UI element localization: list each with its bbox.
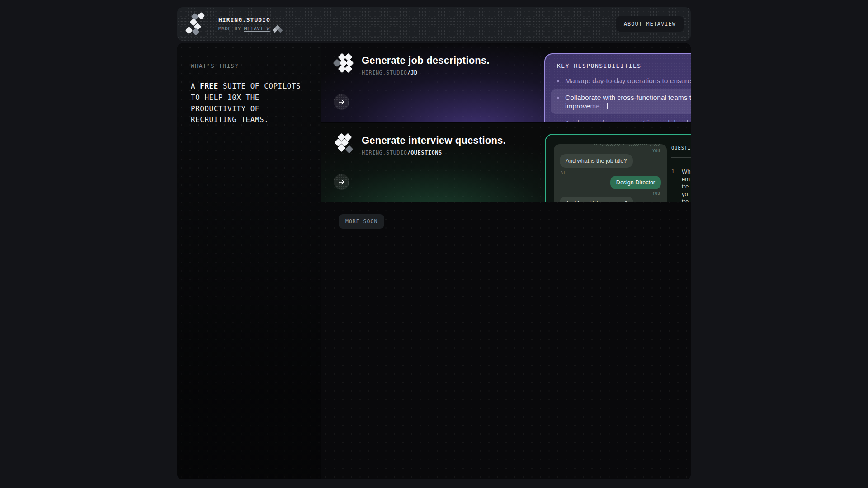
- made-by-prefix: MADE BY: [218, 26, 241, 32]
- card-title: Generate job descriptions.: [362, 55, 490, 66]
- chat-message-row: And for which company?: [560, 197, 661, 202]
- chat-preview: YOU And what is the job title? AI Design…: [554, 144, 667, 202]
- questions-divider: [671, 157, 691, 158]
- subtitle-path: /JD: [407, 70, 417, 76]
- responsibilities-list: Manage day-to-day operations to ensure e…: [557, 76, 691, 122]
- bullet-dot: [557, 80, 559, 82]
- main-panel: WHAT'S THIS? A FREE SUITE OF COPILOTS TO…: [177, 43, 691, 479]
- question-item: 1 Wh em tre yo tre: [671, 168, 691, 202]
- arrow-right-icon: [338, 99, 345, 106]
- subtitle-prefix: HIRING.STUDIO: [362, 150, 407, 156]
- card-subtitle: HIRING.STUDIO/QUESTIONS: [362, 150, 442, 156]
- chat-bubble-you: And what is the job title?: [560, 154, 633, 168]
- bullet-line1: Collaborate with cross-functional teams …: [565, 93, 691, 102]
- question-text-line: Wh: [682, 168, 691, 176]
- card-generate-jd[interactable]: Generate job descriptions. HIRING.STUDIO…: [321, 43, 691, 122]
- questions-card-icon: [333, 133, 354, 154]
- questions-preview-panel: YOU And what is the job title? AI Design…: [545, 134, 691, 202]
- question-number: 1: [671, 168, 682, 202]
- sidebar: WHAT'S THIS? A FREE SUITE OF COPILOTS TO…: [177, 43, 321, 479]
- sidebar-blurb: A FREE SUITE OF COPILOTS TO HELP 10X THE…: [191, 81, 307, 126]
- hatch-decoration: [593, 144, 660, 146]
- pending-text: me: [590, 102, 600, 110]
- chat-label-you: YOU: [560, 149, 660, 153]
- question-text-line: tre: [682, 198, 691, 202]
- card-title: Generate interview questions.: [362, 135, 506, 146]
- arrow-right-icon: [338, 178, 345, 186]
- metaview-icon: [273, 26, 282, 32]
- question-text: Wh em tre yo tre: [682, 168, 691, 202]
- question-text-line: em: [682, 176, 691, 183]
- bullet-text: Analyze performance metrics and develop: [565, 118, 691, 122]
- typed-text: improve: [565, 102, 590, 110]
- subtitle-prefix: HIRING.STUDIO: [362, 70, 407, 76]
- questions-heading: QUESTIONS: [671, 145, 691, 150]
- jd-preview-panel: KEY RESPONSIBILITIES Manage day-to-day o…: [544, 53, 691, 122]
- bullet-text: Collaborate with cross-functional teams …: [565, 93, 691, 110]
- subtitle-path: /QUESTIONS: [407, 150, 442, 156]
- content-column: Generate job descriptions. HIRING.STUDIO…: [321, 43, 691, 479]
- blurb-prefix: A: [191, 82, 200, 90]
- app-frame: HIRING.STUDIO MADE BY METAVIEW ABOUT MET…: [177, 7, 691, 479]
- open-jd-button[interactable]: [334, 94, 349, 110]
- bullet-item: Manage day-to-day operations to ensure e: [557, 76, 691, 85]
- question-text-line: tre: [682, 183, 691, 191]
- chat-bubble-you: And for which company?: [560, 197, 633, 202]
- key-responsibilities-heading: KEY RESPONSIBILITIES: [557, 62, 691, 69]
- bullet-item: Analyze performance metrics and develop: [557, 118, 691, 122]
- header-bar: HIRING.STUDIO MADE BY METAVIEW ABOUT MET…: [177, 7, 691, 41]
- about-metaview-button[interactable]: ABOUT METAVIEW: [616, 16, 684, 32]
- questions-list: QUESTIONS 1 Wh em tre yo tre: [671, 145, 691, 202]
- metaview-link[interactable]: METAVIEW: [244, 26, 270, 32]
- chat-bubble-ai: Design Director: [610, 176, 661, 189]
- chat-message-row: And what is the job title?: [560, 154, 661, 168]
- made-by: MADE BY METAVIEW: [218, 26, 282, 32]
- typing-cursor: [607, 103, 608, 109]
- open-questions-button[interactable]: [334, 174, 349, 190]
- hiring-studio-logo-icon: [184, 13, 205, 35]
- whats-this-heading: WHAT'S THIS?: [191, 62, 307, 69]
- brand-block: HIRING.STUDIO MADE BY METAVIEW: [218, 16, 282, 32]
- bullet-dot: [557, 97, 559, 99]
- header-divider: [210, 15, 210, 33]
- brand-title: HIRING.STUDIO: [218, 16, 282, 23]
- jd-card-icon: [333, 53, 354, 74]
- bullet-text: Manage day-to-day operations to ensure e: [565, 76, 691, 85]
- chat-label-you: YOU: [560, 191, 660, 196]
- blurb-bold: FREE: [200, 82, 218, 90]
- card-generate-questions[interactable]: Generate interview questions. HIRING.STU…: [321, 123, 691, 202]
- bullet-item-active: Collaborate with cross-functional teams …: [551, 89, 691, 114]
- card-subtitle: HIRING.STUDIO/JD: [362, 70, 418, 76]
- chat-label-ai: AI: [561, 170, 661, 175]
- question-text-line: yo: [682, 191, 691, 198]
- more-soon-badge: MORE SOON: [339, 214, 384, 229]
- chat-message-row: Design Director: [560, 176, 661, 189]
